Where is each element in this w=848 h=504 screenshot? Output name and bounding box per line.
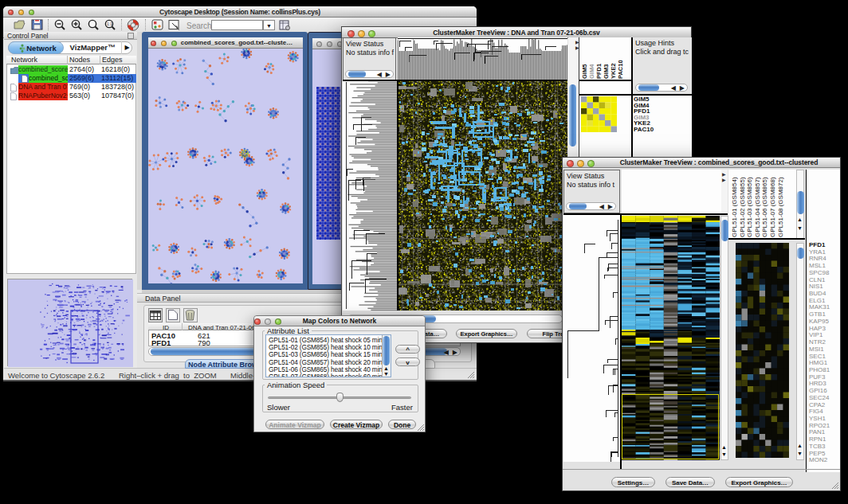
svg-text:1:1: 1:1 bbox=[107, 21, 112, 26]
